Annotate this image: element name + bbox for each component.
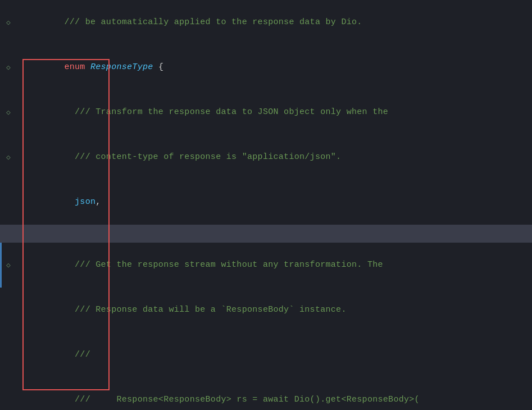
line-content-9: ///	[17, 332, 532, 377]
gutter-8	[0, 288, 17, 332]
code-line-6	[0, 225, 532, 243]
code-token: /// Response data will be a `ResponseBod…	[64, 305, 346, 315]
line-content-3: /// Transform the response data to JSON …	[17, 90, 532, 135]
line-content-6	[17, 225, 532, 243]
code-token: ///	[64, 350, 90, 359]
code-token: /// content-type of response is "applica…	[64, 152, 341, 162]
code-token: /// Get the response stream without any …	[64, 260, 383, 270]
line-content-2: enum ResponseType {	[17, 45, 532, 90]
gutter-5	[0, 180, 17, 225]
line-content-10: /// Response<ResponseBody> rs = await Di…	[17, 377, 532, 410]
code-line-9: ///	[0, 332, 532, 377]
code-token: /// Transform the response data to JSON …	[64, 107, 388, 117]
code-token: /// Response<ResponseBody> rs = await Di…	[64, 395, 420, 404]
line-marker-7	[0, 243, 2, 288]
code-lines: ◇ /// be automatically applied to the re…	[0, 0, 532, 410]
line-content-4: /// content-type of response is "applica…	[17, 135, 532, 180]
code-line-4: ◇ /// content-type of response is "appli…	[0, 135, 532, 180]
gutter-3: ◇	[0, 90, 17, 135]
code-line-1: ◇ /// be automatically applied to the re…	[0, 0, 532, 45]
code-token: /// be automatically applied to the resp…	[64, 17, 362, 27]
gutter-7: ◇	[0, 243, 17, 288]
gutter-6	[0, 225, 17, 243]
code-line-8: /// Response data will be a `ResponseBod…	[0, 288, 532, 332]
code-line-3: ◇ /// Transform the response data to JSO…	[0, 90, 532, 135]
code-token: json	[64, 197, 96, 207]
code-line-7: ◇ /// Get the response stream without an…	[0, 243, 532, 288]
code-token: ResponseType	[90, 62, 153, 72]
gutter-10	[0, 377, 17, 410]
gutter-1: ◇	[0, 0, 17, 45]
code-token: {	[153, 62, 164, 72]
gutter-4: ◇	[0, 135, 17, 180]
line-content-8: /// Response data will be a `ResponseBod…	[17, 288, 532, 332]
code-token: enum	[64, 62, 85, 72]
code-line-10: /// Response<ResponseBody> rs = await Di…	[0, 377, 532, 410]
line-content-1: /// be automatically applied to the resp…	[17, 0, 532, 45]
code-line-5: json,	[0, 180, 532, 225]
code-token	[85, 62, 90, 72]
gutter-2: ◇	[0, 45, 17, 90]
code-line-2: ◇ enum ResponseType {	[0, 45, 532, 90]
line-content-7: /// Get the response stream without any …	[17, 243, 532, 288]
code-token: ,	[96, 197, 101, 207]
gutter-9	[0, 332, 17, 377]
code-editor: ◇ /// be automatically applied to the re…	[0, 0, 532, 410]
line-content-5: json,	[17, 180, 532, 225]
